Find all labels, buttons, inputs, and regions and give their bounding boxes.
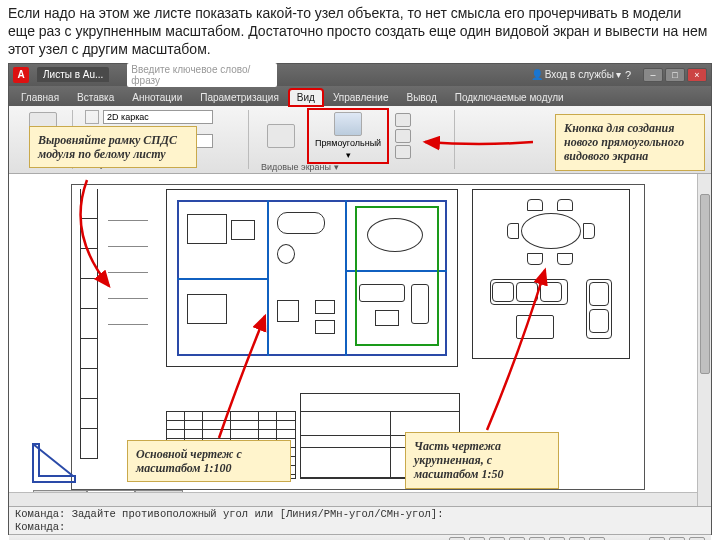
- furniture-dining: [367, 218, 423, 252]
- furniture-sink-2: [315, 320, 335, 334]
- vertical-scrollbar[interactable]: [697, 174, 711, 506]
- rectangular-viewport-button[interactable]: Прямоугольный ▾: [309, 110, 387, 162]
- tab-home[interactable]: Главная: [13, 89, 67, 106]
- drawing-canvas[interactable]: ◂◂ Модель Лист 1 Лист 2: [9, 174, 711, 506]
- ucs-icon: [29, 438, 81, 486]
- command-line[interactable]: Команда: Задайте противоположный угол ил…: [9, 506, 711, 534]
- viewport-grid-icon: [267, 124, 295, 148]
- command-prompt: Команда:: [15, 521, 705, 534]
- instruction-text: Если надо на этом же листе показать како…: [0, 0, 720, 63]
- furniture-sink-1: [315, 300, 335, 314]
- style-icon: [85, 110, 99, 124]
- chevron-down-icon: ▾: [616, 69, 621, 80]
- furniture-wc: [277, 244, 295, 264]
- tab-insert[interactable]: Вставка: [69, 89, 122, 106]
- furniture-bed: [187, 214, 227, 244]
- document-tab[interactable]: Листы в Au...: [37, 67, 109, 82]
- search-input[interactable]: Введите ключевое слово/фразу: [127, 63, 277, 87]
- viewport-lock-icon[interactable]: [395, 129, 411, 143]
- viewport-clip-icon[interactable]: [395, 113, 411, 127]
- side-dimension-marks: [108, 195, 158, 425]
- callout-rect-button: Кнопка для создания нового прямоугольног…: [555, 114, 705, 171]
- app-icon[interactable]: A: [13, 67, 29, 83]
- close-button[interactable]: ×: [687, 68, 707, 82]
- tab-view[interactable]: Вид: [289, 89, 323, 106]
- rectangle-icon: [334, 112, 362, 136]
- furniture-tub: [277, 212, 325, 234]
- title-bar: A Листы в Au... Введите ключевое слово/ф…: [9, 64, 711, 86]
- callout-detail-scale: Часть чертежа укрупненная, с масштабом 1…: [405, 432, 559, 489]
- callout-main-scale: Основной чертеж с масштабом 1:100: [127, 440, 291, 483]
- tab-plugins[interactable]: Подключаемые модули: [447, 89, 572, 106]
- login-label: Вход в службы: [545, 69, 614, 80]
- autocad-window: A Листы в Au... Введите ключевое слово/ф…: [8, 63, 712, 535]
- scrollbar-thumb[interactable]: [700, 194, 710, 374]
- furniture-bed-2: [187, 294, 227, 324]
- login-button[interactable]: 👤 Вход в службы ▾: [531, 69, 621, 80]
- tab-manage[interactable]: Управление: [325, 89, 397, 106]
- ribbon-tabs: Главная Вставка Аннотации Параметризация…: [9, 86, 711, 106]
- furniture-item: [231, 220, 255, 240]
- maximize-button[interactable]: □: [665, 68, 685, 82]
- tab-output[interactable]: Вывод: [399, 89, 445, 106]
- tab-annotations[interactable]: Аннотации: [124, 89, 190, 106]
- detail-viewport[interactable]: [472, 189, 630, 359]
- status-bar: 149.6804, -12.3754, 0.0000 ЛИСТ: [9, 534, 711, 540]
- visual-style-value: 2D каркас: [107, 112, 149, 122]
- sheet-border-strip: [80, 189, 98, 479]
- furniture-sofa-1: [359, 284, 405, 302]
- main-viewport[interactable]: [166, 189, 458, 367]
- horizontal-scrollbar[interactable]: [9, 492, 697, 506]
- furniture-table: [375, 310, 399, 326]
- ribbon-group-viewports: Прямоугольный ▾ Видовые экраны ▾: [255, 110, 455, 169]
- detail-sofas: [486, 275, 616, 345]
- visual-style-select[interactable]: 2D каркас: [103, 110, 213, 124]
- minimize-button[interactable]: –: [643, 68, 663, 82]
- chevron-down-icon: ▾: [346, 150, 351, 160]
- help-icon[interactable]: ?: [625, 69, 631, 81]
- viewports-label: Видовые экраны ▾: [261, 162, 448, 172]
- viewport-list-button[interactable]: [261, 122, 301, 150]
- furniture-sofa-2: [411, 284, 429, 324]
- callout-spds-frame: Выровняйте рамку СПДС модуля по белому л…: [29, 126, 197, 169]
- detail-dining-table: [507, 203, 595, 261]
- rectangular-label: Прямоугольный: [315, 138, 381, 148]
- floor-plan: [177, 200, 447, 356]
- command-history-line: Команда: Задайте противоположный угол ил…: [15, 508, 705, 521]
- user-icon: 👤: [531, 69, 543, 80]
- tab-parametric[interactable]: Параметризация: [192, 89, 287, 106]
- furniture-stove: [277, 300, 299, 322]
- viewport-join-icon[interactable]: [395, 145, 411, 159]
